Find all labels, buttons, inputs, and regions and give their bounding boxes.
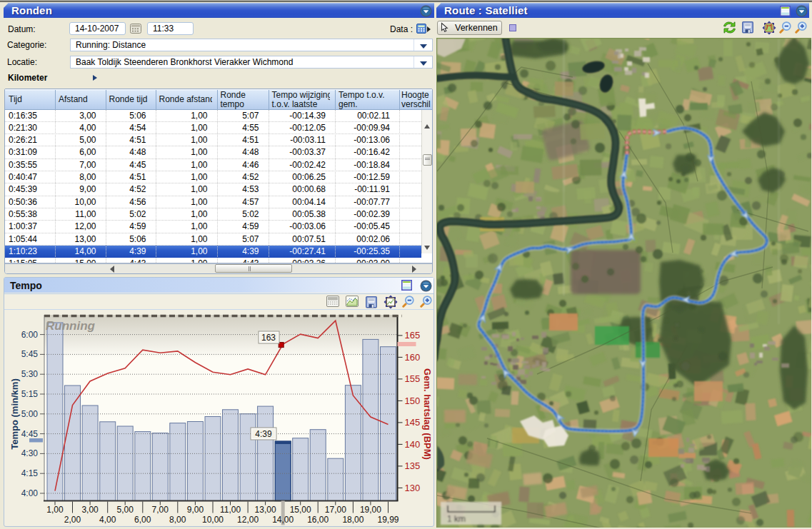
svg-text:145: 145 <box>405 417 421 428</box>
svg-text:1 km: 1 km <box>447 514 466 524</box>
svg-text:Gem. hartslag (BPM): Gem. hartslag (BPM) <box>422 368 433 460</box>
svg-text:150: 150 <box>405 396 421 406</box>
svg-text:5:00: 5:00 <box>21 409 39 419</box>
svg-text:6,00: 6,00 <box>134 515 151 525</box>
svg-text:5:45: 5:45 <box>21 349 39 359</box>
svg-text:4:00: 4:00 <box>21 488 39 498</box>
svg-text:7,00: 7,00 <box>152 505 169 515</box>
svg-text:5:15: 5:15 <box>21 389 39 399</box>
svg-text:155: 155 <box>405 373 421 384</box>
svg-text:160: 160 <box>405 352 421 363</box>
svg-text:14,00: 14,00 <box>272 515 294 525</box>
svg-text:17,00: 17,00 <box>325 505 346 515</box>
svg-text:19,00: 19,00 <box>360 505 381 515</box>
svg-text:5:30: 5:30 <box>21 369 39 379</box>
svg-text:Tempo (min/km): Tempo (min/km) <box>9 378 20 449</box>
svg-text:163: 163 <box>261 333 276 343</box>
svg-text:130: 130 <box>405 483 421 493</box>
svg-text:6:00: 6:00 <box>21 330 39 340</box>
svg-text:18,00: 18,00 <box>342 515 364 525</box>
svg-text:13,00: 13,00 <box>255 505 276 515</box>
svg-text:140: 140 <box>405 439 421 450</box>
svg-text:8,00: 8,00 <box>169 515 186 525</box>
svg-text:Running: Running <box>46 319 96 333</box>
svg-text:135: 135 <box>405 460 421 471</box>
svg-text:11,00: 11,00 <box>220 505 241 515</box>
svg-text:4:15: 4:15 <box>21 468 39 478</box>
svg-text:12,00: 12,00 <box>237 515 259 525</box>
svg-text:3,00: 3,00 <box>81 505 99 515</box>
svg-text:4:39: 4:39 <box>255 429 272 439</box>
svg-text:4,00: 4,00 <box>99 515 116 525</box>
svg-text:5,00: 5,00 <box>117 505 134 515</box>
svg-text:4:30: 4:30 <box>21 448 39 458</box>
svg-text:19,99: 19,99 <box>377 515 399 525</box>
svg-text:9,00: 9,00 <box>187 505 204 515</box>
svg-text:165: 165 <box>405 330 421 341</box>
svg-text:4:45: 4:45 <box>21 429 39 439</box>
svg-text:2,00: 2,00 <box>64 515 81 525</box>
svg-text:1,00: 1,00 <box>46 505 64 515</box>
svg-text:10,00: 10,00 <box>202 515 224 525</box>
svg-text:15,00: 15,00 <box>290 505 311 515</box>
svg-text:16,00: 16,00 <box>307 515 329 525</box>
